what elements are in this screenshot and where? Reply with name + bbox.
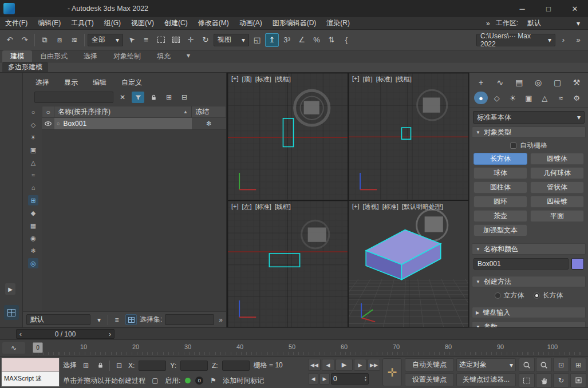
table-row[interactable]: ○ Box001 ❄ bbox=[42, 118, 226, 130]
enabled-status-dot[interactable] bbox=[185, 378, 191, 383]
viewport-menu-pov[interactable]: [顶] bbox=[242, 75, 252, 84]
select-and-rotate-button[interactable]: ↻ bbox=[199, 33, 212, 47]
viewport-menu-shading[interactable]: [默认明暗处理] bbox=[402, 203, 443, 211]
viewport-layout-tabs-button[interactable] bbox=[4, 305, 19, 320]
cube-radio[interactable] bbox=[495, 292, 501, 299]
expand-panel-button[interactable]: ▶ bbox=[5, 283, 15, 295]
viewport-top-canvas[interactable] bbox=[228, 73, 348, 200]
lock-explorer-icon[interactable] bbox=[147, 92, 160, 103]
viewport-menu-general[interactable]: [+] bbox=[352, 203, 360, 211]
viewport-menu-renderer[interactable]: [标准] bbox=[376, 75, 392, 84]
viewport-left[interactable]: [+] [左] [标准] [线框] bbox=[228, 201, 348, 327]
ribbon-tab-selection[interactable]: 选择 bbox=[76, 50, 105, 62]
spinner-snap-button[interactable]: ⇅ bbox=[325, 33, 338, 47]
set-key-button[interactable]: 设置关键点 bbox=[405, 373, 454, 386]
rollout-keyboard-entry[interactable]: ▶ 键盘输入 bbox=[472, 307, 586, 318]
orbit-button[interactable]: ↻ bbox=[553, 373, 569, 387]
timeline-track[interactable]: 10 20 30 40 50 60 70 80 90 100 0 bbox=[31, 340, 581, 357]
filter-containers-icon[interactable]: ▦ bbox=[28, 220, 38, 231]
add-time-tag[interactable]: 添加时间标记 bbox=[223, 376, 264, 386]
modify-tab-icon[interactable]: ∿ bbox=[493, 76, 507, 89]
viewport-menu-general[interactable]: [+] bbox=[231, 203, 239, 211]
cube-radio-option[interactable]: 立方体 bbox=[495, 291, 524, 300]
maxscript-mini-listener[interactable]: MAXScript 迷 bbox=[1, 358, 60, 387]
maximize-viewport-toggle[interactable] bbox=[570, 373, 586, 387]
lights-category-icon[interactable]: ☀ bbox=[506, 92, 520, 104]
rollout-parameters[interactable]: ▼ 参数 bbox=[472, 321, 586, 327]
frame-spinner[interactable]: ▴ ▾ bbox=[365, 376, 366, 382]
go-to-end-button[interactable]: ▶▶ bbox=[368, 359, 380, 371]
ribbon-tab-freeform[interactable]: 自由形式 bbox=[32, 50, 76, 62]
ribbon-tab-object-paint[interactable]: 对象绘制 bbox=[105, 50, 149, 62]
y-coordinate-field[interactable] bbox=[180, 361, 208, 371]
isolate-grid-icon[interactable] bbox=[125, 314, 137, 325]
column-header-name[interactable]: 名称(按升序排序) ▲ bbox=[54, 106, 192, 118]
explorer-menu-edit[interactable]: 编辑 bbox=[93, 78, 106, 88]
menu-group[interactable]: 组(G) bbox=[99, 17, 126, 30]
unlink-selection-button[interactable]: ⧈ bbox=[53, 33, 66, 47]
selection-brackets-icon[interactable]: ⊞ bbox=[81, 361, 91, 371]
percent-snap-button[interactable]: % bbox=[310, 33, 323, 47]
next-key-button[interactable]: ▶ bbox=[319, 373, 330, 385]
systems-category-icon[interactable]: ⚙ bbox=[570, 92, 583, 104]
box-radio-option[interactable]: 长方体 bbox=[534, 291, 563, 300]
spinner-down-icon[interactable]: ▾ bbox=[365, 379, 366, 382]
workspace-dropdown[interactable]: 默认 ▾ bbox=[524, 18, 583, 29]
display-tab-icon[interactable]: ▢ bbox=[551, 76, 565, 89]
menu-tools[interactable]: 工具(T) bbox=[66, 17, 98, 30]
bind-to-spacewarp-button[interactable]: ≋ bbox=[68, 33, 81, 47]
x-coordinate-field[interactable] bbox=[139, 361, 166, 371]
visibility-eye-icon[interactable] bbox=[42, 118, 54, 130]
range-prev-icon[interactable]: ‹ bbox=[19, 330, 22, 338]
layer-dropdown-icon[interactable]: ▾ bbox=[93, 314, 105, 325]
viewport-menu-shading[interactable]: [线框] bbox=[275, 203, 291, 211]
time-tag-icon[interactable]: ⚑ bbox=[208, 375, 218, 386]
auto-key-button[interactable]: 自动关键点 bbox=[405, 358, 454, 371]
viewport-menu-shading[interactable]: [线框] bbox=[275, 75, 291, 84]
viewport-menu-renderer[interactable]: [标准] bbox=[255, 75, 271, 84]
tube-button[interactable]: 管状体 bbox=[530, 181, 584, 193]
menu-animation[interactable]: 动画(A) bbox=[234, 17, 267, 30]
close-button[interactable]: ✕ bbox=[562, 0, 588, 17]
geometry-type-dropdown[interactable]: 标准基本体 ▾ bbox=[473, 111, 585, 124]
box-radio[interactable] bbox=[534, 292, 540, 299]
filter-helpers-icon[interactable]: △ bbox=[28, 157, 38, 168]
viewport-menu-pov[interactable]: [前] bbox=[363, 75, 373, 84]
object-row-name[interactable]: ○ Box001 bbox=[54, 118, 192, 130]
explorer-menu-display[interactable]: 显示 bbox=[64, 78, 78, 88]
menu-overflow-icon[interactable]: » bbox=[486, 19, 490, 27]
pick-parent-icon[interactable]: ⊞ bbox=[163, 92, 175, 103]
selected-objects-dropdown[interactable]: 选定对象 ▾ bbox=[456, 358, 516, 371]
viewport-front-canvas[interactable] bbox=[349, 73, 468, 200]
maximize-button[interactable]: □ bbox=[535, 0, 562, 17]
angle-snap-button[interactable]: ∠ bbox=[295, 33, 309, 47]
filter-spacewarps-icon[interactable]: ≈ bbox=[28, 170, 38, 180]
teapot-button[interactable]: 茶壶 bbox=[473, 210, 527, 222]
previous-frame-button[interactable]: ◀ bbox=[322, 359, 334, 371]
hierarchy-tab-icon[interactable]: ▤ bbox=[512, 76, 526, 89]
app-logo-icon[interactable] bbox=[3, 3, 15, 14]
autogrid-checkbox[interactable] bbox=[510, 142, 516, 149]
zoom-region-button[interactable] bbox=[519, 373, 535, 387]
viewport-menu-general[interactable]: [+] bbox=[231, 75, 239, 84]
selection-lock-icon[interactable] bbox=[95, 361, 105, 371]
viewport-top[interactable]: [+] [顶] [标准] [线框] bbox=[228, 73, 348, 200]
filter-groups-icon[interactable]: ⌂ bbox=[28, 183, 38, 193]
utilities-tab-icon[interactable]: ⚒ bbox=[570, 76, 583, 89]
viewport-left-canvas[interactable] bbox=[228, 201, 348, 327]
motion-tab-icon[interactable]: ◎ bbox=[531, 76, 545, 89]
redo-button[interactable]: ↷ bbox=[18, 33, 31, 47]
snap-toggle-3d-button[interactable]: 3³ bbox=[280, 33, 294, 47]
degradation-toggle[interactable]: 0 bbox=[195, 377, 203, 385]
select-and-link-button[interactable]: ⧉ bbox=[38, 33, 52, 47]
viewport-front[interactable]: [+] [前] [标准] [线框] bbox=[349, 73, 468, 200]
filter-cameras-icon[interactable]: ▣ bbox=[28, 145, 38, 155]
ribbon-panel-polygon-modeling[interactable]: 多边形建模 bbox=[2, 62, 48, 72]
cylinder-button[interactable]: 圆柱体 bbox=[473, 181, 527, 193]
geosphere-button[interactable]: 几何球体 bbox=[530, 167, 584, 179]
helpers-category-icon[interactable]: △ bbox=[538, 92, 551, 104]
footer-overflow-icon[interactable]: » bbox=[219, 316, 223, 324]
menu-rendering[interactable]: 渲染(R) bbox=[321, 17, 355, 30]
viewport-menu-shading[interactable]: [线框] bbox=[396, 75, 412, 84]
current-frame-field[interactable]: 0 ▴ ▾ bbox=[331, 373, 369, 385]
